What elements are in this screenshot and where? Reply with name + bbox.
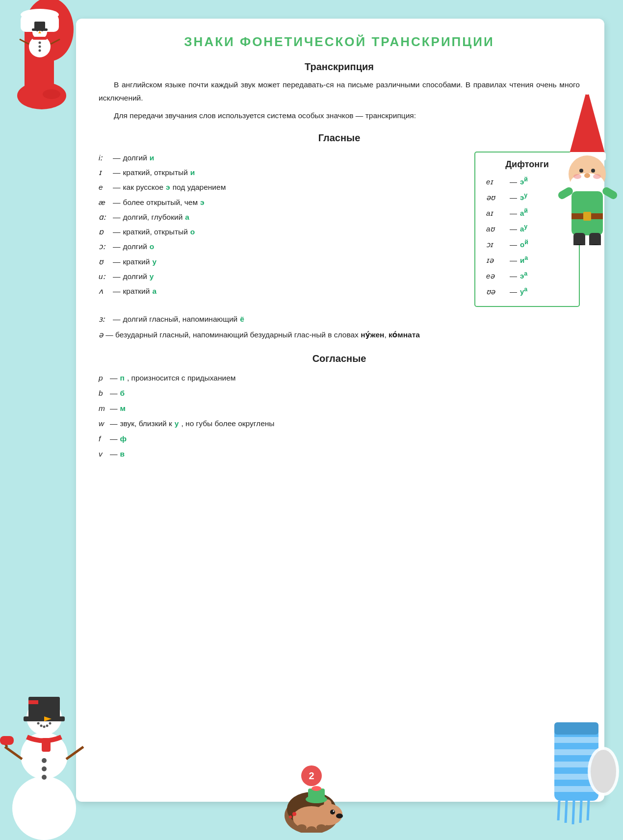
svg-rect-45 [28, 700, 38, 704]
phoneme-w: w [99, 416, 107, 431]
diph-h6: иа [520, 252, 528, 268]
desc-4: более открытый, чем [123, 195, 198, 210]
phoneme-i-long: iː [99, 151, 110, 165]
dash-5: — [113, 210, 121, 225]
vowel-item-11: ɜː — долгий гласный, напоминающий ё [99, 312, 580, 327]
dash-9: — [113, 269, 121, 284]
vowel-item-5: ɑː — долгий, глубокий а [99, 210, 465, 225]
highlight-2: и [190, 165, 195, 180]
svg-line-71 [566, 801, 567, 823]
desc-10: краткий [123, 284, 150, 299]
svg-point-51 [43, 726, 46, 728]
svg-point-81 [330, 810, 335, 815]
highlight-w: у [175, 416, 179, 431]
snowman-decoration [0, 683, 91, 840]
svg-point-52 [46, 725, 49, 727]
svg-line-74 [588, 801, 589, 820]
svg-point-90 [316, 824, 326, 831]
svg-point-23 [583, 88, 591, 95]
vowel-item-2: ɪ — краткий, открытый и [99, 165, 465, 180]
vowel-item-3: e — как русское э под ударением [99, 180, 465, 195]
highlight-12a: ну́жен [361, 331, 384, 339]
diph-h2: эу [520, 189, 527, 205]
svg-point-18 [39, 50, 41, 52]
svg-line-70 [558, 801, 559, 820]
diph-7: eə — эа [486, 268, 568, 283]
diph-h3: ай [520, 205, 528, 221]
diph-phoneme-3: aɪ [486, 206, 507, 221]
svg-point-91 [292, 812, 296, 816]
svg-point-26 [579, 169, 583, 173]
diph-h4: ау [520, 221, 527, 236]
svg-point-7 [43, 89, 60, 99]
dash-11: — [113, 312, 121, 327]
vowels-diphthongs-container: iː — долгий и ɪ — краткий, открытый и e … [99, 151, 580, 307]
diph-h1: эй [520, 174, 528, 189]
scarf-decoration [545, 722, 623, 840]
highlight-v: в [120, 446, 125, 461]
consonants-list: p — п, произносится с придыханием b — б … [99, 370, 580, 461]
phoneme-v: v [99, 446, 107, 461]
vowel-item-8: ʊ — краткий у [99, 255, 465, 269]
svg-rect-35 [589, 233, 601, 245]
svg-point-56 [42, 766, 47, 771]
vowel-item-1: iː — долгий и [99, 151, 465, 165]
svg-point-82 [333, 811, 335, 812]
highlight-10: а [152, 284, 156, 299]
highlight-p: п [120, 370, 125, 385]
highlight-3: э [166, 180, 170, 195]
svg-point-57 [42, 775, 47, 780]
highlight-5: а [185, 210, 189, 225]
diph-h7: эа [520, 268, 527, 283]
svg-point-49 [37, 722, 40, 725]
svg-line-72 [573, 801, 574, 824]
diph-8: ʊə — уа [486, 283, 568, 299]
phoneme-a-long: ɑː [99, 210, 110, 225]
stocking-decoration [0, 0, 86, 118]
highlight-m: м [120, 401, 126, 416]
svg-rect-65 [554, 737, 598, 743]
hedgehog-decoration [280, 779, 343, 833]
svg-point-88 [297, 824, 307, 831]
highlight-9: у [150, 269, 154, 284]
diph-phoneme-4: aʊ [486, 222, 507, 236]
svg-point-6 [37, 13, 42, 18]
desc-9: долгий [123, 269, 147, 284]
phoneme-u-long: uː [99, 269, 110, 284]
phoneme-schwa: ə [99, 331, 104, 339]
svg-rect-54 [42, 738, 51, 752]
desc-11: долгий гласный, напоминающий [123, 312, 238, 327]
consonant-item-f: f — ф [99, 431, 580, 446]
diph-phoneme-1: eɪ [486, 175, 507, 189]
phoneme-m: m [99, 401, 107, 416]
dash-1: — [113, 151, 121, 165]
phoneme-p: p [99, 370, 107, 385]
vowel-item-10: ʌ — краткий а [99, 284, 465, 299]
diph-phoneme-7: eə [486, 269, 507, 283]
diph-phoneme-2: əʊ [486, 190, 507, 205]
svg-point-83 [336, 814, 343, 818]
svg-point-28 [573, 174, 581, 179]
diph-phoneme-8: ʊə [486, 284, 507, 299]
diph-h8: уа [520, 283, 527, 299]
svg-point-50 [40, 725, 43, 727]
page-number-badge: 2 [301, 765, 322, 786]
intro-paragraph-1: В английском языке почти каждый звук мож… [99, 78, 580, 104]
desc-1: долгий [123, 151, 147, 165]
diph-phoneme-5: ɔɪ [486, 237, 507, 252]
consonant-item-w: w — звук, близкий к у, но губы более окр… [99, 416, 580, 431]
section-title-consonants: Согласные [99, 353, 580, 364]
highlight-1: и [150, 151, 155, 165]
phoneme-o-long: ɔː [99, 239, 110, 254]
diph-phoneme-6: ɪə [486, 253, 507, 268]
diph-6: ɪə — иа [486, 252, 568, 268]
dash-2: — [113, 165, 121, 180]
consonant-item-m: m — м [99, 401, 580, 416]
vowel-item-4: æ — более открытый, чем э [99, 195, 465, 210]
consonant-item-v: v — в [99, 446, 580, 461]
phoneme-f: f [99, 431, 107, 446]
consonant-item-p: p — п, произносится с придыханием [99, 370, 580, 385]
svg-line-58 [5, 747, 22, 759]
desc-8: краткий [123, 255, 150, 269]
dash-12: — безударный гласный, напоминающий безуд… [105, 331, 361, 339]
